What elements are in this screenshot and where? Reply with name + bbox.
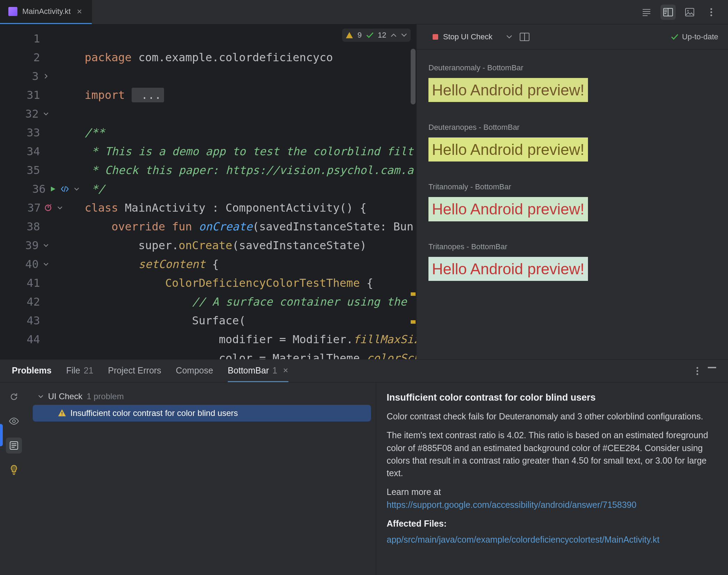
preview-item-title: Deuteranopes - BottomBar [428,123,716,132]
svg-point-11 [697,370,698,372]
tab-file[interactable]: File21 [66,360,93,382]
preview-item[interactable]: Tritanomaly - BottomBar Hello Android pr… [428,182,716,221]
editor-inspection-widget[interactable]: 9 12 [342,29,411,42]
refresh-icon[interactable] [6,389,22,405]
editor-scrollbar-marker[interactable] [411,292,416,296]
tab-bottombar[interactable]: BottomBar1 [228,360,288,382]
fold-chevron-down-icon[interactable] [41,260,51,269]
svg-rect-17 [62,415,62,415]
editor-tab-mainactivity[interactable]: MainActivity.kt [0,0,92,24]
problem-detail: Insufficient color contrast for color bl… [376,383,728,575]
preview-item[interactable]: Deuteranomaly - BottomBar Hello Android … [428,63,716,102]
preview-item-title: Deuteranomaly - BottomBar [428,63,716,72]
chevron-down-icon[interactable] [38,393,44,400]
tab-project-errors[interactable]: Project Errors [108,360,161,382]
warning-icon [58,409,66,417]
warning-icon [346,32,353,39]
lightbulb-icon[interactable] [6,462,22,478]
problems-tabs: Problems File21 Project Errors Compose B… [0,360,728,383]
editor-scrollbar-marker[interactable] [411,320,416,324]
tab-compose[interactable]: Compose [176,360,213,382]
svg-rect-2 [686,8,694,16]
more-vert-icon[interactable] [704,5,719,20]
affected-file-link[interactable]: app/src/main/java/com/example/colordefic… [387,535,659,544]
left-stripe-indicator[interactable] [0,424,3,446]
svg-point-12 [697,373,698,375]
pass-count: 12 [378,31,386,40]
tree-item-contrast-warning[interactable]: Insufficient color contrast for color bl… [33,405,371,422]
design-view-icon[interactable] [682,5,697,20]
preview-status-text: Up-to-date [682,32,718,41]
chevron-up-icon[interactable] [390,33,397,38]
problems-panel: Problems File21 Project Errors Compose B… [0,359,728,575]
svg-point-6 [711,14,712,16]
stop-ui-check-label: Stop UI Check [443,32,493,41]
override-gutter-icon[interactable] [44,203,53,212]
svg-rect-16 [62,412,62,414]
compose-preview-panel: Stop UI Check Up-to-date Deuteranomal [416,24,728,359]
preview-render: Hello Android preview! [428,257,588,281]
preview-status: Up-to-date [671,32,718,41]
chevron-down-icon[interactable] [506,34,513,40]
preview-item-title: Tritanomaly - BottomBar [428,182,716,191]
close-tab-icon[interactable] [76,8,83,15]
svg-point-3 [687,10,689,11]
preview-layout-icon[interactable] [520,33,529,41]
details-toggle-icon[interactable] [6,438,22,454]
preview-render: Hello Android preview! [428,78,588,102]
code-only-view-icon[interactable] [639,5,654,20]
affected-files-label: Affected Files: [387,517,718,530]
svg-point-5 [711,11,712,13]
preview-item[interactable]: Deuteranopes - BottomBar Hello Android p… [428,123,716,162]
run-gutter-icon[interactable] [48,184,57,194]
problems-left-toolbar [0,383,28,575]
problem-paragraph: Color contrast check fails for Deuterano… [387,410,718,423]
svg-point-10 [697,367,698,369]
checkmark-icon [366,32,374,38]
editor-gutter: 1 2 3 31 32 33 34 35 36 37 [0,24,85,359]
code-editor[interactable]: 1 2 3 31 32 33 34 35 36 37 [0,24,416,359]
editor-scrollbar-thumb[interactable] [411,49,416,104]
chevron-down-icon[interactable] [401,33,407,38]
problems-tree: UI Check 1 problem Insufficient color co… [28,383,376,575]
learn-more-link[interactable]: https://support.google.com/accessibility… [387,500,636,510]
problem-heading: Insufficient color contrast for color bl… [387,391,718,404]
fold-chevron-icon[interactable] [41,72,51,81]
preview-render: Hello Android preview! [428,197,588,221]
preview-toolbar: Stop UI Check Up-to-date [417,24,728,49]
svg-point-4 [711,8,712,10]
close-icon[interactable] [283,368,288,373]
xml-tag-gutter-icon[interactable] [60,184,69,194]
fold-chevron-down-icon[interactable] [55,203,64,212]
tab-problems[interactable]: Problems [12,360,52,382]
svg-rect-13 [708,367,716,368]
split-view-icon[interactable] [660,5,676,20]
editor-tab-filename: MainActivity.kt [22,7,71,16]
warning-count: 9 [357,31,362,40]
preview-item[interactable]: Tritanopes - BottomBar Hello Android pre… [428,242,716,281]
top-right-toolbar [639,5,728,20]
preview-render: Hello Android preview! [428,137,588,162]
stop-icon [433,34,438,40]
minimize-icon[interactable] [708,367,716,376]
tab-strip: MainActivity.kt [0,0,728,24]
preview-item-title: Tritanopes - BottomBar [428,242,716,251]
tree-group-ui-check[interactable]: UI Check 1 problem [33,388,371,405]
problem-learn-more: Learn more at https://support.google.com… [387,486,718,511]
kotlin-file-icon [8,7,17,16]
stop-ui-check-button[interactable]: Stop UI Check [426,30,499,44]
svg-point-14 [13,420,15,423]
fold-chevron-down-icon[interactable] [72,184,81,194]
eye-icon[interactable] [6,413,22,429]
fold-chevron-down-icon[interactable] [41,241,51,250]
code-area[interactable]: package com.example.colordeficiencyco im… [85,24,416,359]
more-vert-icon[interactable] [696,367,699,376]
fold-chevron-down-icon[interactable] [41,109,51,118]
problem-paragraph: The item's text contrast ratio is 4.02. … [387,429,718,479]
checkmark-icon [671,34,679,40]
